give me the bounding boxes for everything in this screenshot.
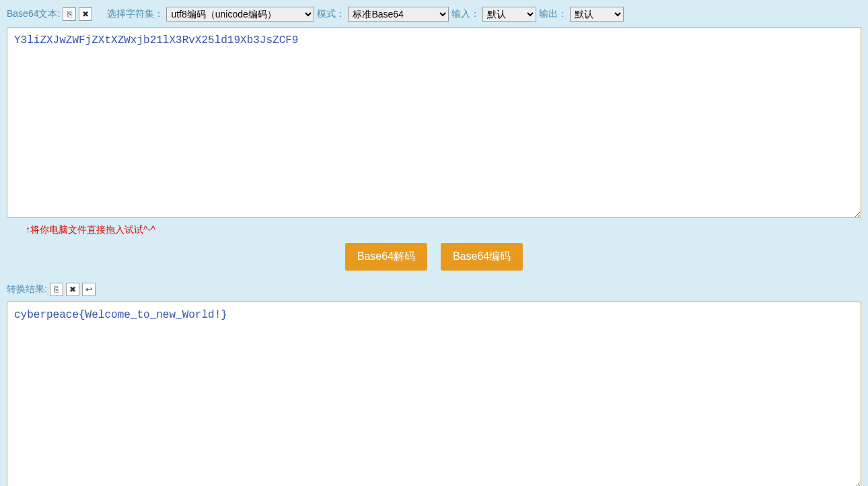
input-label: Base64文本: <box>7 8 60 20</box>
clear-input-button[interactable]: ✖ <box>79 7 92 21</box>
swap-icon: ↩ <box>85 285 92 294</box>
top-toolbar: Base64文本: ⎘ ✖ 选择字符集： utf8编码（unicode编码） 模… <box>7 7 861 22</box>
charset-select[interactable]: utf8编码（unicode编码） <box>166 7 314 22</box>
swap-button[interactable]: ↩ <box>82 283 96 296</box>
clear-icon: ✖ <box>69 285 76 294</box>
mode-select[interactable]: 标准Base64 <box>348 7 449 22</box>
copy-result-button[interactable]: ⎘ <box>50 283 63 296</box>
drag-hint: ↑将你电脑文件直接拖入试试^-^ <box>26 224 861 236</box>
copy-icon: ⎘ <box>67 9 72 19</box>
copy-icon: ⎘ <box>54 285 59 294</box>
input-format-label: 输入： <box>451 8 480 20</box>
output-format-select[interactable]: 默认 <box>570 7 624 22</box>
copy-input-button[interactable]: ⎘ <box>63 7 76 21</box>
charset-label: 选择字符集： <box>107 8 164 20</box>
clear-icon: ✖ <box>82 9 89 19</box>
mode-label: 模式： <box>317 8 345 20</box>
result-textarea[interactable] <box>7 302 861 486</box>
result-label: 转换结果: <box>7 283 47 296</box>
output-format-label: 输出： <box>539 8 567 20</box>
clear-result-button[interactable]: ✖ <box>66 283 79 296</box>
action-button-row: Base64解码 Base64编码 <box>7 243 861 271</box>
encode-button[interactable]: Base64编码 <box>441 243 523 271</box>
result-toolbar: 转换结果: ⎘ ✖ ↩ <box>7 283 861 296</box>
decode-button[interactable]: Base64解码 <box>345 243 427 271</box>
input-textarea[interactable] <box>7 27 861 218</box>
input-format-select[interactable]: 默认 <box>482 7 536 22</box>
